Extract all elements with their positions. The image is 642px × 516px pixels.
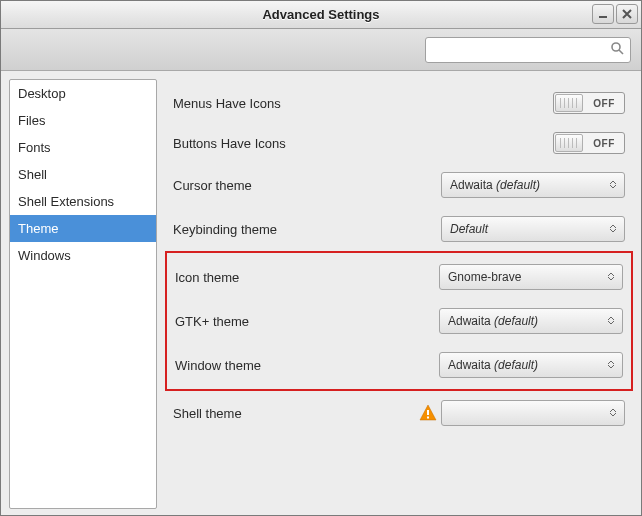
close-button[interactable]: [616, 4, 638, 24]
sidebar: Desktop Files Fonts Shell Shell Extensio…: [9, 79, 157, 509]
search-input[interactable]: [432, 42, 610, 57]
setting-label: Menus Have Icons: [173, 96, 553, 111]
combo-value: Adwaita (default): [448, 358, 606, 372]
sidebar-item-shell-extensions[interactable]: Shell Extensions: [10, 188, 156, 215]
chevron-down-icon: [608, 223, 618, 235]
chevron-down-icon: [608, 179, 618, 191]
toolbar: [1, 29, 641, 71]
row-shell-theme: Shell theme: [165, 391, 633, 435]
row-window-theme: Window theme Adwaita (default): [167, 343, 631, 387]
sidebar-item-files[interactable]: Files: [10, 107, 156, 134]
combo-value: Adwaita (default): [448, 314, 606, 328]
combo-value: Adwaita (default): [450, 178, 608, 192]
svg-rect-4: [427, 417, 429, 419]
setting-label: Icon theme: [175, 270, 439, 285]
sidebar-item-windows[interactable]: Windows: [10, 242, 156, 269]
sidebar-item-desktop[interactable]: Desktop: [10, 80, 156, 107]
minimize-button[interactable]: [592, 4, 614, 24]
chevron-down-icon: [606, 359, 616, 371]
sidebar-item-shell[interactable]: Shell: [10, 161, 156, 188]
gtk-theme-combo[interactable]: Adwaita (default): [439, 308, 623, 334]
svg-rect-0: [599, 16, 607, 18]
icon-theme-combo[interactable]: Gnome-brave: [439, 264, 623, 290]
sidebar-item-label: Files: [18, 113, 45, 128]
svg-point-1: [612, 43, 620, 51]
sidebar-item-label: Desktop: [18, 86, 66, 101]
sidebar-item-label: Theme: [18, 221, 58, 236]
row-gtk-theme: GTK+ theme Adwaita (default): [167, 299, 631, 343]
svg-line-2: [619, 50, 623, 54]
row-menus-have-icons: Menus Have Icons OFF: [165, 83, 633, 123]
setting-label: GTK+ theme: [175, 314, 439, 329]
setting-label: Window theme: [175, 358, 439, 373]
setting-label: Buttons Have Icons: [173, 136, 553, 151]
chevron-down-icon: [608, 407, 618, 419]
sidebar-item-label: Windows: [18, 248, 71, 263]
shell-theme-combo[interactable]: [441, 400, 625, 426]
sidebar-item-fonts[interactable]: Fonts: [10, 134, 156, 161]
warning-icon: [419, 404, 437, 422]
chevron-down-icon: [606, 271, 616, 283]
window-title: Advanced Settings: [262, 7, 379, 22]
combo-value: Gnome-brave: [448, 270, 606, 284]
window-controls: [592, 4, 638, 24]
window-body: Desktop Files Fonts Shell Shell Extensio…: [1, 71, 641, 516]
switch-state-text: OFF: [584, 138, 624, 149]
switch-knob: [555, 94, 583, 112]
keybinding-theme-combo[interactable]: Default: [441, 216, 625, 242]
combo-value: Default: [450, 222, 608, 236]
setting-label: Cursor theme: [173, 178, 441, 193]
chevron-down-icon: [606, 315, 616, 327]
buttons-have-icons-switch[interactable]: OFF: [553, 132, 625, 154]
titlebar: Advanced Settings: [1, 1, 641, 29]
menus-have-icons-switch[interactable]: OFF: [553, 92, 625, 114]
sidebar-item-label: Shell Extensions: [18, 194, 114, 209]
setting-label: Keybinding theme: [173, 222, 441, 237]
row-cursor-theme: Cursor theme Adwaita (default): [165, 163, 633, 207]
setting-label: Shell theme: [173, 406, 419, 421]
sidebar-item-theme[interactable]: Theme: [10, 215, 156, 242]
content-pane: Menus Have Icons OFF Buttons Have Icons …: [165, 79, 633, 509]
search-field[interactable]: [425, 37, 631, 63]
search-icon: [610, 41, 624, 58]
window-theme-combo[interactable]: Adwaita (default): [439, 352, 623, 378]
switch-state-text: OFF: [584, 98, 624, 109]
row-buttons-have-icons: Buttons Have Icons OFF: [165, 123, 633, 163]
row-icon-theme: Icon theme Gnome-brave: [167, 255, 631, 299]
switch-knob: [555, 134, 583, 152]
svg-rect-3: [427, 410, 429, 415]
highlight-box: Icon theme Gnome-brave GTK+ theme Adwait…: [165, 251, 633, 391]
row-keybinding-theme: Keybinding theme Default: [165, 207, 633, 251]
sidebar-item-label: Fonts: [18, 140, 51, 155]
settings-window: Advanced Settings Desktop Files Fonts Sh…: [0, 0, 642, 516]
sidebar-item-label: Shell: [18, 167, 47, 182]
cursor-theme-combo[interactable]: Adwaita (default): [441, 172, 625, 198]
